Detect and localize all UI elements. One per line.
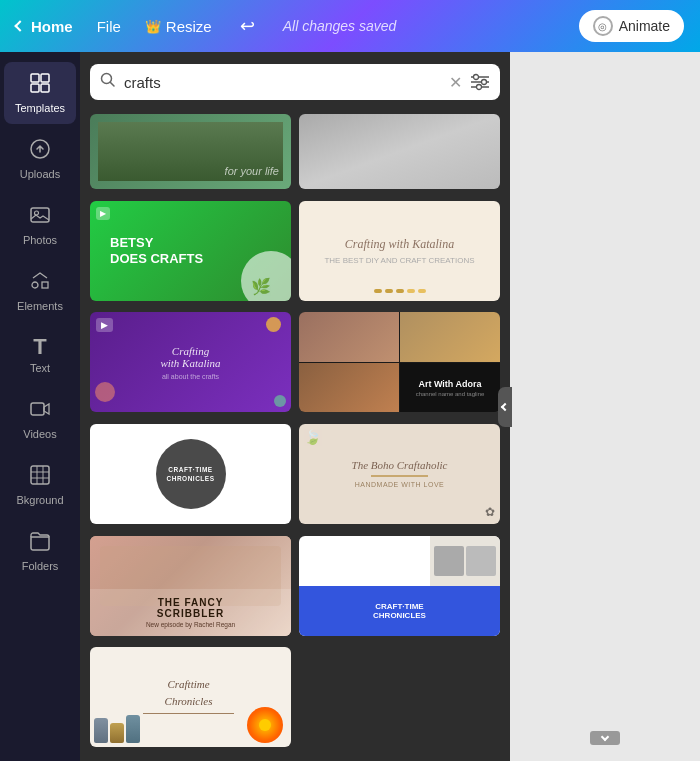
resize-button[interactable]: 👑 Resize bbox=[145, 18, 212, 35]
chevron-down-icon bbox=[601, 732, 609, 740]
svg-rect-1 bbox=[41, 74, 49, 82]
sidebar: Templates Uploads Photos bbox=[0, 52, 80, 761]
undo-button[interactable]: ↩ bbox=[240, 15, 255, 37]
template-card-top-right[interactable] bbox=[299, 114, 500, 189]
canvas-area bbox=[510, 52, 700, 761]
svg-point-7 bbox=[32, 282, 38, 288]
topbar: Home File 👑 Resize ↩ All changes saved ◎… bbox=[0, 0, 700, 52]
template-card-top-left[interactable]: for your life bbox=[90, 114, 291, 189]
template-card-crafting-katarina[interactable]: Crafting with Katalina THE BEST DIY AND … bbox=[299, 201, 500, 301]
search-bar: ✕ bbox=[90, 64, 500, 100]
sidebar-item-photos[interactable]: Photos bbox=[4, 194, 76, 256]
animate-button[interactable]: ◎ Animate bbox=[579, 10, 684, 42]
chronicles-circle: CRAFT·TIMECHRONICLES bbox=[156, 439, 226, 509]
svg-rect-8 bbox=[42, 282, 48, 288]
saved-status: All changes saved bbox=[283, 18, 397, 34]
template-card-fancy-scribbler[interactable]: THE FANCYSCRIBBLER New episode by Rachel… bbox=[90, 536, 291, 636]
animate-icon: ◎ bbox=[593, 16, 613, 36]
chevron-left-icon bbox=[14, 20, 25, 31]
elements-icon bbox=[29, 270, 51, 296]
fancy-title: THE FANCYSCRIBBLER bbox=[98, 597, 283, 619]
text-label: Text bbox=[30, 362, 50, 374]
videos-label: Videos bbox=[23, 428, 56, 440]
folders-icon bbox=[29, 530, 51, 556]
template-card-crafting-purple[interactable]: ▶ Craftingwith Katalina all about the cr… bbox=[90, 312, 291, 412]
collapse-panel-button[interactable] bbox=[498, 387, 512, 427]
template-card-art-adora[interactable]: Art With Adora channel name and tagline bbox=[299, 312, 500, 412]
bkground-icon bbox=[29, 464, 51, 490]
betsy-title: BETSYDOES CRAFTS bbox=[110, 235, 203, 266]
file-menu[interactable]: File bbox=[97, 18, 121, 35]
sidebar-item-folders[interactable]: Folders bbox=[4, 520, 76, 582]
template-card-chronicles-light[interactable]: CRAFT·TIMECHRONICLES bbox=[90, 424, 291, 524]
sidebar-item-templates[interactable]: Templates bbox=[4, 62, 76, 124]
crown-icon: 👑 bbox=[145, 19, 161, 34]
sidebar-item-uploads[interactable]: Uploads bbox=[4, 128, 76, 190]
folders-label: Folders bbox=[22, 560, 59, 572]
text-icon: T bbox=[33, 336, 46, 358]
uploads-label: Uploads bbox=[20, 168, 60, 180]
chronicles-light-title: CRAFT·TIMECHRONICLES bbox=[167, 465, 215, 483]
templates-grid: for your life ▶ BETSYDOES CRAFTS 🌿 bbox=[80, 110, 510, 761]
sidebar-item-elements[interactable]: Elements bbox=[4, 260, 76, 322]
photos-label: Photos bbox=[23, 234, 57, 246]
svg-point-22 bbox=[477, 85, 482, 90]
svg-rect-2 bbox=[31, 84, 39, 92]
templates-panel: ✕ for your life bbox=[80, 52, 510, 761]
template-card-boho[interactable]: 🍃 ✿ The Boho Craftaholic HANDMADE WITH L… bbox=[299, 424, 500, 524]
home-button[interactable]: Home bbox=[16, 18, 73, 35]
templates-icon bbox=[29, 72, 51, 98]
resize-label: Resize bbox=[166, 18, 212, 35]
svg-line-16 bbox=[111, 83, 115, 87]
sidebar-item-bkground[interactable]: Bkground bbox=[4, 454, 76, 516]
art-adora-title: Art With Adora bbox=[418, 379, 481, 389]
templates-label: Templates bbox=[15, 102, 65, 114]
chevron-left-collapse-icon bbox=[501, 402, 509, 410]
svg-point-6 bbox=[35, 211, 39, 215]
clear-search-button[interactable]: ✕ bbox=[449, 73, 462, 92]
search-input[interactable] bbox=[124, 74, 441, 91]
svg-rect-5 bbox=[31, 208, 49, 222]
svg-rect-0 bbox=[31, 74, 39, 82]
template-card-betsy[interactable]: ▶ BETSYDOES CRAFTS 🌿 bbox=[90, 201, 291, 301]
file-label: File bbox=[97, 18, 121, 35]
uploads-icon bbox=[29, 138, 51, 164]
template-card-bottom-craft[interactable]: CrafttimeChronicles bbox=[90, 647, 291, 747]
animate-label: Animate bbox=[619, 18, 670, 34]
svg-point-21 bbox=[482, 80, 487, 85]
home-label: Home bbox=[31, 18, 73, 35]
sidebar-item-text[interactable]: T Text bbox=[4, 326, 76, 384]
chronicles-blue-title-block: CRAFT·TIMECHRONICLES bbox=[299, 586, 500, 636]
template-card-chronicles-blue[interactable]: CRAFT·TIMECHRONICLES bbox=[299, 536, 500, 636]
scroll-down-handle[interactable] bbox=[590, 731, 620, 745]
sidebar-item-videos[interactable]: Videos bbox=[4, 388, 76, 450]
main-layout: Templates Uploads Photos bbox=[0, 52, 700, 761]
elements-label: Elements bbox=[17, 300, 63, 312]
filter-button[interactable] bbox=[470, 73, 490, 91]
fancy-subtitle: New episode by Rachel Regan bbox=[98, 621, 283, 628]
svg-rect-9 bbox=[31, 403, 44, 415]
svg-rect-10 bbox=[31, 466, 49, 484]
videos-icon bbox=[29, 398, 51, 424]
video-badge: ▶ bbox=[96, 207, 110, 220]
bkground-label: Bkground bbox=[16, 494, 63, 506]
svg-point-20 bbox=[474, 75, 479, 80]
search-icon bbox=[100, 72, 116, 92]
svg-rect-3 bbox=[41, 84, 49, 92]
photos-icon bbox=[29, 204, 51, 230]
